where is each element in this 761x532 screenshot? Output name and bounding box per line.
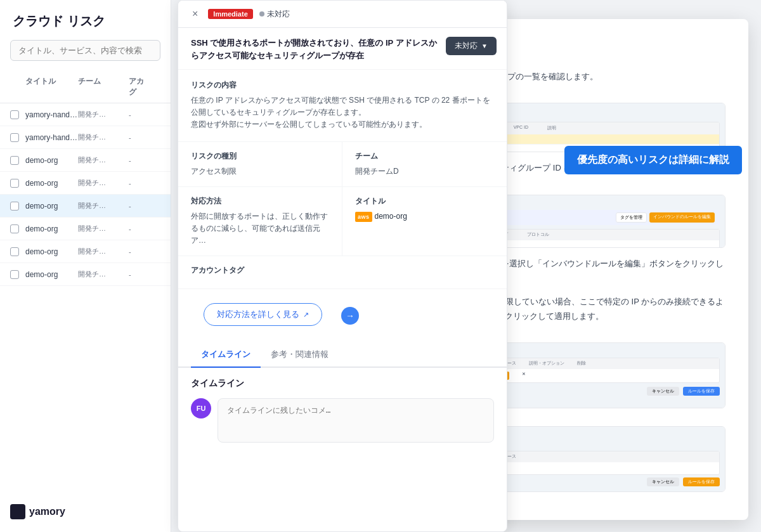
main-modal: × Immediate 未対応 SSH で使用されるポートが開放されており、任意… (178, 0, 507, 532)
row-team: 開発チ… (78, 224, 129, 233)
team-value: 開発チームD (355, 165, 494, 178)
title-label: タイトル (355, 196, 494, 207)
detail-link-container: 対応方法を詳しく見る ↗ → (191, 295, 494, 336)
search-input[interactable] (10, 40, 160, 61)
modal-body: リスクの内容 任意の IP アドレスからアクセス可能な状態で SSH で使用され… (178, 70, 507, 532)
row-checkbox[interactable] (10, 224, 19, 233)
tab-references[interactable]: 参考・関連情報 (261, 342, 339, 368)
row-account: - (129, 225, 160, 233)
list-item[interactable]: demo-org 開発チ… - (0, 217, 171, 240)
table-header: タイトル チーム アカグ (0, 71, 171, 103)
header-title: タイトル (25, 76, 78, 98)
risk-type-section: リスクの種別 アクセス制限 (178, 142, 342, 187)
response-section: 対応方法 外部に開放するポートは、正しく動作するものに減らし、可能であれば送信元… (178, 187, 342, 257)
row-title: demo-org (25, 202, 78, 211)
row-team: 開発チ… (78, 201, 129, 211)
badge-immediate: Immediate (208, 9, 252, 19)
callout-banner: 優先度の高いリスクは詳細に解説 (564, 146, 742, 174)
status-button-label: 未対応 (455, 41, 478, 51)
header-account: アカグ (129, 76, 160, 98)
title-org-value: demo-org (375, 211, 407, 223)
row-checkbox[interactable] (10, 202, 19, 211)
row-account: - (129, 202, 160, 210)
close-button[interactable]: × (188, 7, 202, 21)
row-account: - (129, 111, 160, 119)
header-checkbox (10, 76, 25, 98)
row-checkbox[interactable] (10, 179, 19, 188)
row-account: - (129, 271, 160, 278)
status-dot (259, 11, 264, 16)
row-title: yamory-nandson4 (25, 110, 78, 119)
timeline-section: タイムライン FU (178, 368, 507, 453)
modal-tabs: タイムライン 参考・関連情報 (178, 342, 507, 368)
team-label: チーム (355, 151, 494, 162)
sidebar: クラウド リスク タイトル チーム アカグ yamory-nandson4 開発… (0, 0, 171, 532)
risk-content-section: リスクの内容 任意の IP アドレスからアクセス可能な状態で SSH で使用され… (178, 70, 507, 142)
chevron-down-icon: ▼ (481, 42, 488, 49)
header-team: チーム (78, 76, 129, 98)
timeline-textarea[interactable] (218, 398, 494, 443)
external-link-icon: ↗ (303, 311, 309, 319)
row-account: - (129, 248, 160, 256)
arrow-icon: → (341, 307, 359, 325)
row-team: 開発チ… (78, 110, 129, 119)
row-account: - (129, 157, 160, 164)
row-title: demo-org (25, 179, 78, 188)
row-title: demo-org (25, 247, 78, 256)
row-title: demo-org (25, 270, 78, 279)
list-item[interactable]: demo-org 開発チ… - (0, 149, 171, 172)
detail-link-label: 対応方法を詳しく見る (217, 309, 299, 320)
list-item[interactable]: demo-org 開発チ… - (0, 195, 171, 217)
aws-tag: aws demo-org (355, 211, 407, 223)
response-title-row: 対応方法 外部に開放するポートは、正しく動作するものに減らし、可能であれば送信元… (178, 187, 507, 257)
sidebar-rows-container: yamory-nandson4 開発チ… - yamory-handson4 開… (0, 103, 171, 286)
team-section: チーム 開発チームD (342, 142, 507, 187)
list-item[interactable]: demo-org 開発チ… - (0, 240, 171, 263)
risk-type-label: リスクの種別 (191, 151, 329, 162)
row-team: 開発チ… (78, 155, 129, 165)
risk-content-text: 任意の IP アドレスからアクセス可能な状態で SSH で使用される TCP の… (191, 94, 494, 131)
list-item[interactable]: demo-org 開発チ… - (0, 172, 171, 195)
account-tag-section: アカウントタグ (178, 256, 507, 289)
row-title: demo-org (25, 156, 78, 165)
title-value: aws demo-org (355, 211, 494, 223)
yamory-logo-text: yamory (29, 506, 65, 517)
row-team: 開発チ… (78, 133, 129, 142)
row-team: 開発チ… (78, 178, 129, 188)
response-label: 対応方法 (191, 196, 329, 207)
row-checkbox[interactable] (10, 270, 19, 279)
row-team: 開発チ… (78, 247, 129, 256)
avatar: FU (191, 398, 211, 418)
tab-timeline[interactable]: タイムライン (191, 342, 261, 368)
account-tag-label: アカウントタグ (191, 265, 494, 276)
row-checkbox[interactable] (10, 156, 19, 165)
row-title: yamory-handson4 (25, 133, 78, 142)
list-item[interactable]: demo-org 開発チ… - (0, 263, 171, 286)
status-button[interactable]: 未対応 ▼ (446, 37, 497, 55)
row-checkbox[interactable] (10, 110, 19, 119)
row-checkbox[interactable] (10, 247, 19, 256)
title-section: タイトル aws demo-org (342, 187, 507, 257)
row-account: - (129, 134, 160, 141)
badge-status-label: 未対応 (267, 9, 290, 20)
response-text: 外部に開放するポートは、正しく動作するものに減らし、可能であれば送信元ア… (191, 211, 329, 247)
row-account: - (129, 179, 160, 187)
badge-status: 未対応 (259, 9, 290, 20)
detail-link-button[interactable]: 対応方法を詳しく見る ↗ (204, 303, 322, 326)
list-item[interactable]: yamory-handson4 開発チ… - (0, 126, 171, 149)
sidebar-title: クラウド リスク (0, 13, 171, 40)
timeline-input-row: FU (191, 398, 494, 443)
yamory-logo: yamory (10, 504, 65, 519)
risk-content-label: リスクの内容 (191, 80, 494, 91)
list-item[interactable]: yamory-nandson4 開発チ… - (0, 103, 171, 126)
row-checkbox[interactable] (10, 133, 19, 142)
risk-meta-row: リスクの種別 アクセス制限 チーム 開発チームD (178, 142, 507, 187)
timeline-heading: タイムライン (191, 378, 494, 389)
yamory-logo-icon (10, 504, 25, 519)
modal-topbar: × Immediate 未対応 (178, 1, 507, 28)
aws-badge: aws (355, 212, 372, 222)
row-title: demo-org (25, 224, 78, 233)
risk-type-text: アクセス制限 (191, 165, 329, 178)
row-team: 開発チ… (78, 269, 129, 279)
modal-title-bar: SSH で使用されるポートが開放されており、任意の IP アドレスからアクセス可… (178, 28, 507, 70)
